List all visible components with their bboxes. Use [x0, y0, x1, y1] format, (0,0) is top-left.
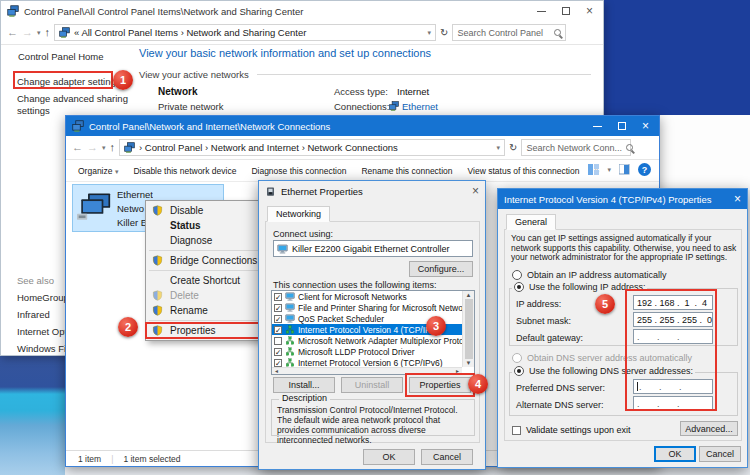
- breadcrumb-chevron-icon[interactable]: ▾: [428, 29, 432, 36]
- dlg1-titlebar[interactable]: Ethernet Properties ×: [259, 181, 485, 201]
- toolbar-diagnose-connection[interactable]: Diagnose this connection: [251, 166, 346, 176]
- change-view-icon[interactable]: [588, 164, 599, 175]
- win2-title: Control Panel\Network and Internet\Netwo…: [89, 121, 330, 132]
- subnet-mask-field[interactable]: 255 . 255 . 255 . 0: [633, 312, 713, 327]
- radio-circle[interactable]: [512, 270, 522, 280]
- preferred-dns-field[interactable]: . . .: [633, 379, 713, 394]
- help-icon[interactable]: ?: [638, 163, 651, 176]
- checkbox[interactable]: ✓: [274, 348, 282, 356]
- radio-circle[interactable]: [514, 366, 524, 376]
- properties-button[interactable]: Properties: [409, 377, 471, 393]
- scroll-down-icon[interactable]: ▼: [466, 360, 472, 366]
- back-icon[interactable]: ←: [72, 142, 83, 153]
- preview-pane-icon[interactable]: [619, 164, 630, 175]
- sidebar-infrared[interactable]: Infrared: [17, 309, 50, 320]
- search-icon: [554, 29, 561, 36]
- close-icon[interactable]: ×: [734, 192, 741, 206]
- minimize-icon[interactable]: [593, 126, 602, 127]
- sidebar-homegroup[interactable]: HomeGroup: [17, 292, 69, 303]
- win2-titlebar[interactable]: Control Panel\Network and Internet\Netwo…: [66, 116, 659, 136]
- maximize-icon[interactable]: [562, 7, 570, 15]
- scrollbar-thumb[interactable]: [465, 299, 473, 359]
- connection-items-list[interactable]: ✓ Client for Microsoft Networks ✓ File a…: [271, 290, 475, 375]
- win2-addressbar: ← → ▾ ↑ › Control Panel › Network and In…: [66, 136, 659, 160]
- alternate-dns-field[interactable]: . . .: [633, 396, 713, 411]
- connections-ethernet-link[interactable]: Ethernet: [402, 101, 438, 112]
- toolbar-view-status[interactable]: View status of this connection: [468, 166, 580, 176]
- cancel-button[interactable]: Cancel: [421, 449, 473, 465]
- refresh-icon[interactable]: ↻: [509, 143, 517, 153]
- step-badge-1: 1: [113, 70, 133, 90]
- refresh-icon[interactable]: ↻: [440, 28, 448, 38]
- maximize-icon[interactable]: [618, 122, 626, 130]
- ip-address-field[interactable]: 192 . 168 . 1 . 4: [633, 295, 713, 310]
- list-item[interactable]: ✓ Microsoft LLDP Protocol Driver: [272, 346, 462, 357]
- step-badge-4: 4: [468, 374, 488, 394]
- tab-general[interactable]: General: [506, 214, 556, 230]
- win2-breadcrumb[interactable]: › Control Panel › Network and Internet ›…: [119, 139, 505, 156]
- win2-search-input[interactable]: Search Network Conn...: [521, 139, 631, 156]
- close-icon[interactable]: ×: [586, 5, 593, 17]
- client-icon: [285, 314, 295, 323]
- win1-search-input[interactable]: Search Control Panel: [452, 24, 566, 41]
- checkbox[interactable]: ✓: [274, 304, 282, 312]
- vertical-scrollbar[interactable]: ▲ ▼: [462, 291, 474, 367]
- radio-use-dns[interactable]: Use the following DNS server addresses:: [512, 366, 695, 376]
- toolbar-rename-connection[interactable]: Rename this connection: [361, 166, 452, 176]
- win1-titlebar[interactable]: Control Panel\All Control Panel Items\Ne…: [1, 1, 603, 21]
- sidebar-change-advanced-sharing[interactable]: Change advanced sharing settings: [17, 93, 129, 117]
- dlg2-titlebar[interactable]: Internet Protocol Version 4 (TCP/IPv4) P…: [498, 189, 747, 209]
- checkbox[interactable]: ✓: [274, 326, 282, 334]
- forward-icon[interactable]: →: [87, 142, 98, 153]
- checkbox[interactable]: ✓: [274, 359, 282, 367]
- list-item[interactable]: ✓ File and Printer Sharing for Microsoft…: [272, 302, 462, 313]
- up-icon[interactable]: ↑: [45, 27, 51, 38]
- default-gateway-field[interactable]: . . .: [633, 329, 713, 344]
- radio-circle[interactable]: [514, 282, 524, 292]
- ok-button[interactable]: OK: [363, 449, 415, 465]
- scroll-up-icon[interactable]: ▲: [466, 292, 472, 298]
- ip-address-label: IP address:: [516, 299, 561, 309]
- close-icon[interactable]: ×: [642, 120, 649, 132]
- sidebar-control-panel-home[interactable]: Control Panel Home: [18, 51, 104, 62]
- checkbox[interactable]: [274, 337, 282, 345]
- scroll-right-icon[interactable]: ►: [455, 368, 460, 374]
- configure-button[interactable]: Configure...: [409, 261, 473, 277]
- breadcrumb-chevron-icon[interactable]: ▾: [497, 144, 501, 151]
- list-item[interactable]: ✓ Client for Microsoft Networks: [272, 291, 462, 302]
- forward-icon[interactable]: →: [22, 27, 33, 38]
- divider: |: [111, 454, 113, 464]
- tab-networking[interactable]: Networking: [267, 206, 330, 222]
- list-item[interactable]: Microsoft Network Adapter Multiplexor Pr…: [272, 335, 462, 346]
- step-badge-5: 5: [595, 294, 615, 314]
- cancel-button[interactable]: Cancel: [699, 446, 741, 462]
- up-icon[interactable]: ↑: [110, 142, 116, 153]
- checkbox[interactable]: [512, 426, 521, 435]
- ok-button[interactable]: OK: [654, 446, 696, 462]
- client-icon: [285, 303, 295, 312]
- minimize-icon[interactable]: [537, 11, 546, 12]
- install-button[interactable]: Install...: [273, 377, 335, 393]
- scroll-left-icon[interactable]: ◄: [274, 368, 279, 374]
- intro-text: You can get IP settings assigned automat…: [511, 234, 737, 263]
- close-icon[interactable]: ×: [472, 184, 479, 198]
- validate-checkbox[interactable]: Validate settings upon exit: [512, 425, 630, 435]
- toolbar-organize[interactable]: Organize ▾: [78, 166, 118, 176]
- sidebar-change-adapter-settings[interactable]: Change adapter settings: [17, 76, 121, 87]
- chevron-down-icon: ▾: [115, 168, 119, 175]
- toolbar-disable-device[interactable]: Disable this network device: [133, 166, 236, 176]
- horizontal-scrollbar[interactable]: ◄ ►: [272, 367, 462, 374]
- dlg1-title: Ethernet Properties: [281, 186, 363, 197]
- network-type: Private network: [158, 101, 223, 112]
- win1-breadcrumb[interactable]: « All Control Panel Items › Network and …: [54, 24, 436, 41]
- checkbox[interactable]: ✓: [274, 315, 282, 323]
- checkbox[interactable]: ✓: [274, 293, 282, 301]
- history-chevron-icon[interactable]: ▾: [102, 144, 106, 151]
- uac-shield-icon: [152, 255, 163, 266]
- history-chevron-icon[interactable]: ▾: [37, 29, 41, 36]
- view-chevron-icon[interactable]: ▾: [607, 166, 611, 173]
- advanced-button[interactable]: Advanced...: [680, 421, 738, 436]
- back-icon[interactable]: ←: [7, 27, 18, 38]
- radio-use-ip[interactable]: Use the following IP address:: [512, 282, 647, 292]
- radio-obtain-ip[interactable]: Obtain an IP address automatically: [512, 270, 666, 280]
